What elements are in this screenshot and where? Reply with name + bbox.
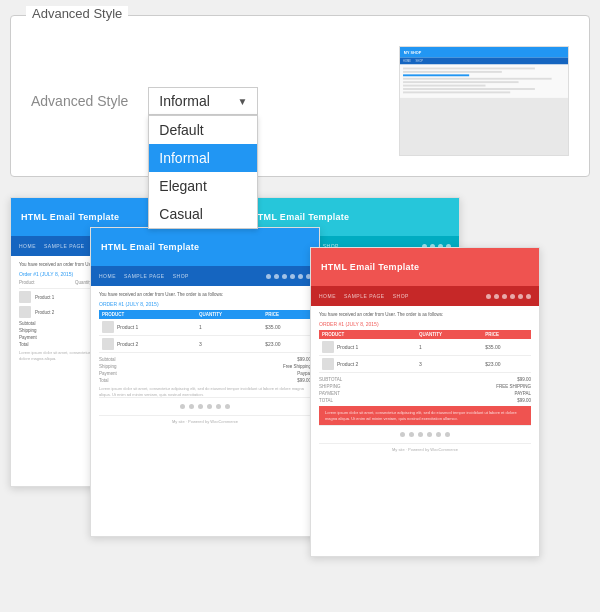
card-3-th-product: PRODUCT bbox=[99, 310, 196, 319]
panel-content: Advanced Style Informal ▼ Default Inform… bbox=[31, 36, 569, 156]
card-4-th-qty: QUANTITY bbox=[416, 330, 482, 339]
card-1-nav-home: HOME bbox=[19, 243, 36, 249]
panel-preview: MY SHOP HOME SHOP bbox=[399, 46, 569, 156]
card-3-nav-icons bbox=[266, 274, 311, 279]
card-2-title: HTML Email Template bbox=[251, 212, 349, 222]
card-3-body: You have received an order from User. Th… bbox=[91, 286, 319, 433]
selected-style-value: Informal bbox=[159, 93, 210, 109]
card-4-table: PRODUCT QUANTITY PRICE Product 1 bbox=[319, 330, 531, 373]
card-4-th-price: PRICE bbox=[482, 330, 531, 339]
card-3-nav-sample: SAMPLE PAGE bbox=[124, 273, 165, 279]
card-3-qty-2: 3 bbox=[196, 336, 262, 353]
card-3-header: HTML Email Template bbox=[91, 228, 319, 266]
card-4-body: You have received an order from User. Th… bbox=[311, 306, 539, 461]
card-1-title: HTML Email Template bbox=[21, 212, 119, 222]
card-3-table: PRODUCT QUANTITY PRICE Product 1 bbox=[99, 310, 311, 353]
card-4-price-2: $23.00 bbox=[482, 356, 531, 373]
card-3-price-2: $23.00 bbox=[262, 336, 311, 353]
dropdown-item-default[interactable]: Default bbox=[149, 116, 257, 144]
table-row: Product 1 1 $35.00 bbox=[99, 319, 311, 336]
dropdown-menu: Default Informal Elegant Casual bbox=[148, 115, 258, 229]
card-3-th-price: PRICE bbox=[262, 310, 311, 319]
card-3-qty-1: 1 bbox=[196, 319, 262, 336]
card-4-footer-coral: Lorem ipsum dolor sit amet, consectetur … bbox=[319, 406, 531, 425]
card-3-brand: My site · Powered by WooCommerce bbox=[99, 415, 311, 427]
card-4-nav: HOME SAMPLE PAGE SHOP bbox=[311, 286, 539, 306]
card-4-title: HTML Email Template bbox=[321, 262, 419, 272]
card-3-product-1: Product 1 bbox=[99, 319, 196, 336]
card-4-product-2: Product 2 bbox=[319, 356, 416, 373]
card-4-header: HTML Email Template bbox=[311, 248, 539, 286]
card-4-nav-home: HOME bbox=[319, 293, 336, 299]
card-1-nav-sample: SAMPLE PAGE bbox=[44, 243, 85, 249]
card-3-title: HTML Email Template bbox=[101, 242, 199, 252]
table-row: Product 1 1 $35.00 bbox=[319, 339, 531, 356]
card-3-footer-text: Lorem ipsum dolor sit amet, consectetur … bbox=[99, 386, 311, 397]
dropdown-item-elegant[interactable]: Elegant bbox=[149, 172, 257, 200]
card-4-bottom-nav bbox=[319, 425, 531, 443]
email-card-3: HTML Email Template HOME SAMPLE PAGE SHO… bbox=[90, 227, 320, 537]
card-4-price-1: $35.00 bbox=[482, 339, 531, 356]
main-wrapper: Advanced Style Advanced Style Informal ▼… bbox=[10, 15, 590, 547]
table-row: Product 2 3 $23.00 bbox=[99, 336, 311, 353]
dropdown-wrapper: Informal ▼ Default Informal Elegant Casu… bbox=[148, 87, 258, 115]
card-4-brand: My site · Powered by WooCommerce bbox=[319, 443, 531, 455]
card-3-price-1: $35.00 bbox=[262, 319, 311, 336]
card-3-bottom-nav bbox=[99, 397, 311, 415]
card-3-th-qty: QUANTITY bbox=[196, 310, 262, 319]
dropdown-item-informal[interactable]: Informal bbox=[149, 144, 257, 172]
advanced-style-panel: Advanced Style Advanced Style Informal ▼… bbox=[10, 15, 590, 177]
templates-section: HTML Email Template HOME SAMPLE PAGE SHO… bbox=[10, 197, 590, 547]
dropdown-arrow-icon: ▼ bbox=[237, 96, 247, 107]
advanced-style-label: Advanced Style bbox=[31, 93, 128, 109]
card-4-qty-2: 3 bbox=[416, 356, 482, 373]
card-3-nav: HOME SAMPLE PAGE SHOP bbox=[91, 266, 319, 286]
panel-legend: Advanced Style bbox=[26, 6, 128, 21]
card-4-product-1: Product 1 bbox=[319, 339, 416, 356]
panel-left: Advanced Style Informal ▼ Default Inform… bbox=[31, 87, 258, 115]
card-3-product-2: Product 2 bbox=[99, 336, 196, 353]
card-4-nav-sample: SAMPLE PAGE bbox=[344, 293, 385, 299]
dropdown-item-casual[interactable]: Casual bbox=[149, 200, 257, 228]
card-3-nav-home: HOME bbox=[99, 273, 116, 279]
card-4-nav-shop: SHOP bbox=[393, 293, 409, 299]
style-select-button[interactable]: Informal ▼ bbox=[148, 87, 258, 115]
card-4-nav-icons bbox=[486, 294, 531, 299]
card-4-th-product: PRODUCT bbox=[319, 330, 416, 339]
card-4-qty-1: 1 bbox=[416, 339, 482, 356]
email-card-4: HTML Email Template HOME SAMPLE PAGE SHO… bbox=[310, 247, 540, 557]
card-3-nav-shop: SHOP bbox=[173, 273, 189, 279]
table-row: Product 2 3 $23.00 bbox=[319, 356, 531, 373]
